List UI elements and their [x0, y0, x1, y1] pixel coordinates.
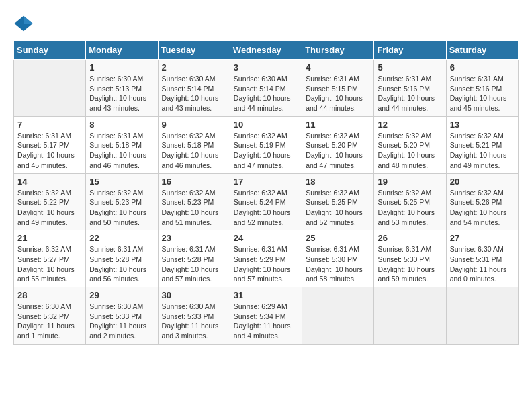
- day-number: 12: [378, 120, 442, 130]
- svg-marker-1: [24, 16, 33, 24]
- day-info: Sunrise: 6:31 AM Sunset: 5:29 PM Dayligh…: [234, 244, 298, 284]
- day-number: 30: [162, 290, 226, 300]
- calendar-cell: 24Sunrise: 6:31 AM Sunset: 5:29 PM Dayli…: [230, 230, 302, 287]
- calendar-cell: 9Sunrise: 6:32 AM Sunset: 5:18 PM Daylig…: [158, 116, 230, 173]
- calendar-week-row: 1Sunrise: 6:30 AM Sunset: 5:13 PM Daylig…: [14, 60, 519, 117]
- calendar-week-row: 28Sunrise: 6:30 AM Sunset: 5:32 PM Dayli…: [14, 287, 519, 345]
- day-of-week-header: Wednesday: [230, 41, 302, 60]
- day-of-week-header: Monday: [86, 41, 158, 60]
- day-info: Sunrise: 6:30 AM Sunset: 5:14 PM Dayligh…: [234, 74, 298, 113]
- calendar-cell: 11Sunrise: 6:32 AM Sunset: 5:20 PM Dayli…: [302, 116, 374, 173]
- day-info: Sunrise: 6:31 AM Sunset: 5:16 PM Dayligh…: [450, 74, 515, 113]
- day-number: 3: [234, 62, 298, 73]
- day-of-week-header: Friday: [374, 41, 446, 60]
- calendar-cell: 13Sunrise: 6:32 AM Sunset: 5:21 PM Dayli…: [446, 116, 518, 173]
- calendar-cell: 31Sunrise: 6:29 AM Sunset: 5:34 PM Dayli…: [230, 287, 302, 345]
- logo-icon: [13, 13, 34, 34]
- calendar-cell: 23Sunrise: 6:31 AM Sunset: 5:28 PM Dayli…: [158, 230, 230, 287]
- day-number: 8: [89, 120, 154, 130]
- day-number: 21: [17, 233, 82, 243]
- calendar-cell: 17Sunrise: 6:32 AM Sunset: 5:24 PM Dayli…: [230, 173, 302, 230]
- calendar-header-row: SundayMondayTuesdayWednesdayThursdayFrid…: [14, 41, 519, 60]
- calendar-cell: [14, 60, 86, 117]
- day-info: Sunrise: 6:32 AM Sunset: 5:25 PM Dayligh…: [378, 188, 442, 228]
- calendar-cell: 28Sunrise: 6:30 AM Sunset: 5:32 PM Dayli…: [14, 287, 86, 345]
- calendar-cell: 16Sunrise: 6:32 AM Sunset: 5:23 PM Dayli…: [158, 173, 230, 230]
- calendar-cell: 14Sunrise: 6:32 AM Sunset: 5:22 PM Dayli…: [14, 173, 86, 230]
- day-number: 10: [234, 120, 298, 130]
- day-number: 16: [162, 177, 226, 187]
- day-info: Sunrise: 6:31 AM Sunset: 5:18 PM Dayligh…: [89, 131, 154, 171]
- day-info: Sunrise: 6:32 AM Sunset: 5:23 PM Dayligh…: [89, 188, 154, 228]
- day-number: 17: [234, 177, 298, 187]
- calendar-cell: 18Sunrise: 6:32 AM Sunset: 5:25 PM Dayli…: [302, 173, 374, 230]
- calendar-cell: 5Sunrise: 6:31 AM Sunset: 5:16 PM Daylig…: [374, 60, 446, 117]
- calendar-cell: 27Sunrise: 6:30 AM Sunset: 5:31 PM Dayli…: [446, 230, 518, 287]
- day-info: Sunrise: 6:32 AM Sunset: 5:25 PM Dayligh…: [306, 188, 370, 228]
- day-info: Sunrise: 6:30 AM Sunset: 5:31 PM Dayligh…: [450, 244, 515, 284]
- day-number: 6: [450, 62, 515, 73]
- day-number: 31: [234, 290, 298, 300]
- day-info: Sunrise: 6:30 AM Sunset: 5:13 PM Dayligh…: [89, 74, 154, 113]
- day-info: Sunrise: 6:31 AM Sunset: 5:30 PM Dayligh…: [306, 244, 370, 284]
- calendar-cell: 19Sunrise: 6:32 AM Sunset: 5:25 PM Dayli…: [374, 173, 446, 230]
- day-number: 25: [306, 233, 370, 243]
- day-of-week-header: Tuesday: [158, 41, 230, 60]
- day-info: Sunrise: 6:31 AM Sunset: 5:28 PM Dayligh…: [162, 244, 226, 284]
- day-of-week-header: Thursday: [302, 41, 374, 60]
- calendar-cell: 2Sunrise: 6:30 AM Sunset: 5:14 PM Daylig…: [158, 60, 230, 117]
- day-info: Sunrise: 6:30 AM Sunset: 5:33 PM Dayligh…: [162, 302, 226, 341]
- day-info: Sunrise: 6:29 AM Sunset: 5:34 PM Dayligh…: [234, 302, 298, 341]
- day-info: Sunrise: 6:31 AM Sunset: 5:17 PM Dayligh…: [17, 131, 82, 171]
- calendar-cell: 1Sunrise: 6:30 AM Sunset: 5:13 PM Daylig…: [86, 60, 158, 117]
- day-number: 2: [162, 62, 226, 73]
- calendar-cell: 15Sunrise: 6:32 AM Sunset: 5:23 PM Dayli…: [86, 173, 158, 230]
- calendar-cell: 30Sunrise: 6:30 AM Sunset: 5:33 PM Dayli…: [158, 287, 230, 345]
- calendar-cell: 7Sunrise: 6:31 AM Sunset: 5:17 PM Daylig…: [14, 116, 86, 173]
- calendar-cell: 25Sunrise: 6:31 AM Sunset: 5:30 PM Dayli…: [302, 230, 374, 287]
- calendar-cell: [302, 287, 374, 345]
- day-info: Sunrise: 6:32 AM Sunset: 5:22 PM Dayligh…: [17, 188, 82, 228]
- day-number: 5: [378, 62, 442, 73]
- calendar-cell: [446, 287, 518, 345]
- calendar-cell: 21Sunrise: 6:32 AM Sunset: 5:27 PM Dayli…: [14, 230, 86, 287]
- calendar-cell: 10Sunrise: 6:32 AM Sunset: 5:19 PM Dayli…: [230, 116, 302, 173]
- day-info: Sunrise: 6:32 AM Sunset: 5:18 PM Dayligh…: [162, 131, 226, 171]
- calendar-week-row: 7Sunrise: 6:31 AM Sunset: 5:17 PM Daylig…: [14, 116, 519, 173]
- calendar-cell: 29Sunrise: 6:30 AM Sunset: 5:33 PM Dayli…: [86, 287, 158, 345]
- day-info: Sunrise: 6:32 AM Sunset: 5:27 PM Dayligh…: [17, 244, 82, 284]
- day-number: 18: [306, 177, 370, 187]
- calendar-week-row: 14Sunrise: 6:32 AM Sunset: 5:22 PM Dayli…: [14, 173, 519, 230]
- day-info: Sunrise: 6:30 AM Sunset: 5:14 PM Dayligh…: [162, 74, 226, 113]
- calendar-cell: 8Sunrise: 6:31 AM Sunset: 5:18 PM Daylig…: [86, 116, 158, 173]
- page-header: [13, 13, 519, 34]
- day-number: 15: [89, 177, 154, 187]
- day-number: 13: [450, 120, 515, 130]
- day-info: Sunrise: 6:31 AM Sunset: 5:15 PM Dayligh…: [306, 74, 370, 113]
- day-of-week-header: Sunday: [14, 41, 86, 60]
- day-number: 19: [378, 177, 442, 187]
- calendar-cell: 3Sunrise: 6:30 AM Sunset: 5:14 PM Daylig…: [230, 60, 302, 117]
- day-number: 11: [306, 120, 370, 130]
- calendar-cell: 4Sunrise: 6:31 AM Sunset: 5:15 PM Daylig…: [302, 60, 374, 117]
- day-number: 4: [306, 62, 370, 73]
- calendar-cell: 22Sunrise: 6:31 AM Sunset: 5:28 PM Dayli…: [86, 230, 158, 287]
- day-info: Sunrise: 6:32 AM Sunset: 5:20 PM Dayligh…: [306, 131, 370, 171]
- day-number: 22: [89, 233, 154, 243]
- calendar-cell: [374, 287, 446, 345]
- day-info: Sunrise: 6:32 AM Sunset: 5:23 PM Dayligh…: [162, 188, 226, 228]
- day-info: Sunrise: 6:31 AM Sunset: 5:16 PM Dayligh…: [378, 74, 442, 113]
- day-number: 24: [234, 233, 298, 243]
- day-number: 20: [450, 177, 515, 187]
- calendar-cell: 26Sunrise: 6:31 AM Sunset: 5:30 PM Dayli…: [374, 230, 446, 287]
- calendar-week-row: 21Sunrise: 6:32 AM Sunset: 5:27 PM Dayli…: [14, 230, 519, 287]
- calendar-cell: 6Sunrise: 6:31 AM Sunset: 5:16 PM Daylig…: [446, 60, 518, 117]
- day-info: Sunrise: 6:31 AM Sunset: 5:28 PM Dayligh…: [89, 244, 154, 284]
- day-info: Sunrise: 6:32 AM Sunset: 5:21 PM Dayligh…: [450, 131, 515, 171]
- day-number: 27: [450, 233, 515, 243]
- day-number: 1: [89, 62, 154, 73]
- calendar-table: SundayMondayTuesdayWednesdayThursdayFrid…: [13, 40, 519, 345]
- day-of-week-header: Saturday: [446, 41, 518, 60]
- calendar-cell: 12Sunrise: 6:32 AM Sunset: 5:20 PM Dayli…: [374, 116, 446, 173]
- day-number: 23: [162, 233, 226, 243]
